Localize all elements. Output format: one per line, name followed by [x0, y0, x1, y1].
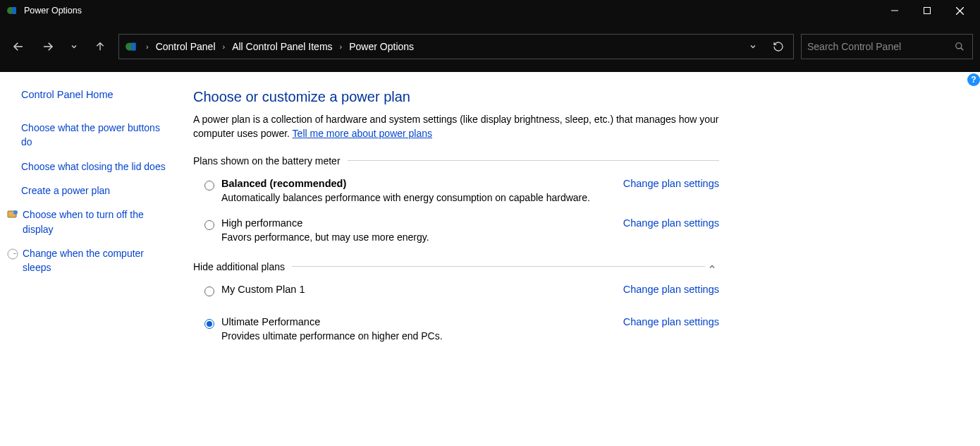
address-dropdown-button[interactable] [742, 42, 764, 51]
chevron-right-icon[interactable]: › [220, 42, 228, 51]
chevron-right-icon[interactable]: › [337, 42, 345, 51]
minimize-button[interactable] [878, 0, 911, 21]
change-plan-settings-link[interactable]: Change plan settings [623, 178, 719, 189]
section-battery-meter: Plans shown on the battery meter [193, 155, 719, 167]
plan-name: Balanced (recommended) [221, 178, 346, 189]
svg-rect-1 [12, 7, 16, 14]
sidebar-item-computer-sleeps[interactable]: Change when the computer sleeps [21, 246, 173, 275]
sidebar-item-closing-lid[interactable]: Choose what closing the lid does [21, 159, 173, 174]
breadcrumb-all-items[interactable]: All Control Panel Items [232, 41, 332, 52]
change-plan-settings-link[interactable]: Change plan settings [623, 217, 719, 229]
up-button[interactable] [89, 35, 111, 58]
svg-rect-3 [924, 8, 931, 14]
plan-description: Provides ultimate performance on higher … [221, 330, 719, 342]
divider [348, 160, 719, 161]
svg-point-11 [956, 43, 962, 49]
plan-radio[interactable] [204, 287, 214, 296]
plan-ultimate-performance: Ultimate Performance Change plan setting… [193, 309, 719, 354]
change-plan-settings-link[interactable]: Change plan settings [623, 284, 719, 295]
section-label: Hide additional plans [193, 261, 285, 272]
svg-rect-10 [131, 42, 136, 50]
address-bar[interactable]: › Control Panel › All Control Panel Item… [118, 34, 794, 59]
plan-radio-selected[interactable] [204, 319, 214, 329]
chevron-right-icon[interactable]: › [143, 42, 152, 51]
navbar: › Control Panel › All Control Panel Item… [0, 21, 980, 72]
divider [292, 266, 705, 267]
plan-description: Automatically balances performance with … [221, 192, 719, 203]
section-label: Plans shown on the battery meter [193, 155, 341, 167]
svg-point-14 [13, 210, 18, 215]
plan-name: My Custom Plan 1 [221, 284, 305, 295]
collapse-icon[interactable] [705, 263, 719, 271]
desc-text: A power plan is a collection of hardware… [193, 114, 719, 139]
section-additional-plans[interactable]: Hide additional plans [193, 261, 719, 272]
breadcrumb-control-panel[interactable]: Control Panel [156, 41, 216, 52]
titlebar: Power Options [0, 0, 980, 21]
forward-button[interactable] [37, 35, 59, 58]
learn-more-link[interactable]: Tell me more about power plans [293, 128, 432, 139]
plan-name: High performance [221, 217, 302, 229]
display-icon [7, 210, 18, 221]
search-input[interactable] [807, 41, 953, 52]
main-panel: Choose or customize a power plan A power… [183, 72, 719, 446]
sleep-icon [7, 248, 18, 260]
refresh-button[interactable] [768, 41, 789, 52]
page-description: A power plan is a collection of hardware… [193, 112, 719, 141]
plan-radio[interactable] [204, 220, 214, 230]
content-area: ? Control Panel Home Choose what the pow… [0, 72, 980, 446]
plan-name: Ultimate Performance [221, 316, 320, 327]
maximize-button[interactable] [911, 0, 943, 21]
plan-balanced: Balanced (recommended) Change plan setti… [193, 176, 719, 216]
recent-locations-button[interactable] [66, 35, 82, 58]
window-title: Power Options [24, 6, 82, 16]
plan-high-performance: High performance Change plan settings Fa… [193, 216, 719, 255]
sidebar-item-label: Change when the computer sleeps [23, 246, 173, 275]
address-icon [123, 39, 139, 54]
plan-custom-1: My Custom Plan 1 Change plan settings [193, 282, 719, 309]
page-heading: Choose or customize a power plan [193, 89, 719, 105]
sidebar-item-power-buttons[interactable]: Choose what the power buttons do [21, 121, 173, 150]
breadcrumb-power-options[interactable]: Power Options [349, 41, 414, 52]
sidebar: Control Panel Home Choose what the power… [0, 72, 183, 446]
back-button[interactable] [7, 35, 30, 58]
sidebar-home[interactable]: Control Panel Home [21, 88, 173, 102]
sidebar-item-turn-off-display[interactable]: Choose when to turn off the display [21, 207, 173, 236]
plan-radio[interactable] [204, 181, 214, 191]
sidebar-item-create-plan[interactable]: Create a power plan [21, 183, 173, 198]
close-button[interactable] [943, 0, 976, 21]
change-plan-settings-link[interactable]: Change plan settings [623, 316, 719, 327]
svg-line-12 [961, 48, 964, 51]
sidebar-item-label: Choose when to turn off the display [23, 207, 173, 236]
plan-description: Favors performance, but may use more ene… [221, 231, 719, 243]
app-icon [6, 4, 18, 17]
search-bar[interactable] [801, 34, 973, 59]
help-icon[interactable]: ? [967, 73, 980, 86]
search-icon[interactable] [953, 42, 967, 52]
